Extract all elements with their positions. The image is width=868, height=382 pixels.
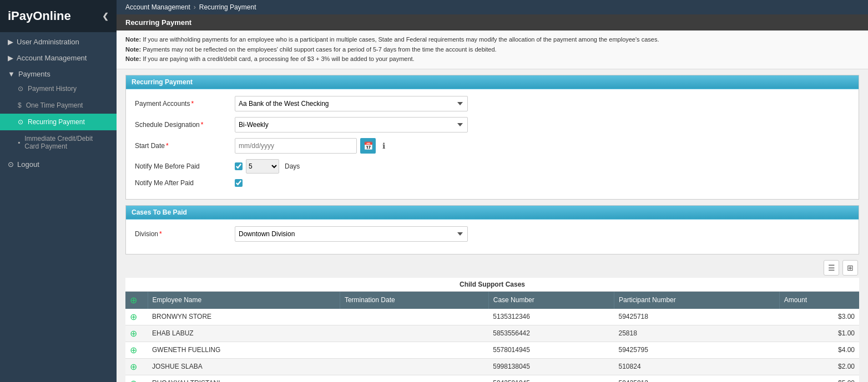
col-participant-number: Participant Number (614, 291, 780, 309)
col-case-number: Case Number (488, 291, 614, 309)
grid-view-button[interactable]: ⊞ (842, 260, 858, 276)
start-date-input[interactable] (235, 138, 357, 154)
notify-before-checkbox[interactable] (235, 162, 243, 170)
table-title-row: Child Support Cases (125, 278, 859, 292)
case-number-cell: 5578014945 (488, 342, 614, 358)
schedule-designation-row: Schedule Designation* Bi-Weekly Monthly … (135, 117, 850, 133)
termination-date-cell (340, 309, 488, 325)
row-action-cell: ⊕ (125, 309, 148, 325)
add-row-icon[interactable]: ⊕ (130, 362, 137, 371)
main-content: Account Management › Recurring Payment R… (117, 0, 868, 382)
cases-to-be-paid-panel: Cases To Be Paid Division* Downtown Divi… (125, 205, 859, 254)
notify-before-days-select[interactable]: 5 (246, 159, 279, 174)
info-icon: ℹ (382, 141, 385, 150)
sidebar-item-label: User Administration (17, 38, 79, 46)
col-employee-name: Employee Name (148, 291, 340, 309)
notes-section: Note: If you are withholding payments fo… (117, 30, 868, 69)
sidebar-item-label: Payment History (28, 85, 77, 93)
card-icon: ▪ (18, 139, 20, 146)
sidebar: iPayOnline ❮ ▶ User Administration ▶ Acc… (0, 0, 117, 382)
breadcrumb-item-recurring: Recurring Payment (199, 3, 256, 11)
list-icon: ☰ (828, 263, 835, 272)
notify-after-control (235, 179, 468, 187)
app-title: iPayOnline (8, 9, 71, 23)
add-row-icon[interactable]: ⊕ (130, 312, 137, 322)
sidebar-item-label: Logout (17, 160, 39, 169)
employee-name-cell: GWENETH FUELLING (148, 342, 340, 358)
row-action-cell: ⊕ (125, 325, 148, 342)
amount-cell: $1.00 (779, 325, 859, 342)
add-all-icon[interactable]: ⊕ (130, 296, 137, 305)
nav-arrow-icon: ▶ (8, 54, 13, 62)
sidebar-item-one-time-payment[interactable]: $ One Time Payment (0, 97, 117, 114)
recurring-payment-panel-body: Payment Accounts* Aa Bank of the West Ch… (126, 89, 859, 199)
start-date-control: 📅 ℹ (235, 138, 468, 154)
employee-name-cell: EHAB LABUZ (148, 325, 340, 342)
case-number-cell: 5135312346 (488, 309, 614, 325)
sidebar-item-payments[interactable]: ▼ Payments (0, 64, 117, 80)
add-row-icon[interactable]: ⊕ (130, 379, 137, 382)
cases-panel-body: Division* Downtown Division Uptown Divis… (126, 220, 859, 254)
child-support-table-body: ⊕ BRONWYN STORE 5135312346 59425718 $3.0… (125, 309, 859, 382)
amount-cell: $5.00 (779, 375, 859, 382)
add-row-icon[interactable]: ⊕ (130, 345, 137, 355)
sidebar-item-label: Recurring Payment (28, 118, 85, 126)
breadcrumb-separator: › (194, 3, 196, 11)
notify-before-control: 5 Days (235, 159, 468, 174)
payment-accounts-select[interactable]: Aa Bank of the West Checking (235, 96, 468, 111)
child-support-header-row: ⊕ Employee Name Termination Date Case Nu… (125, 291, 859, 309)
sidebar-item-payment-history[interactable]: ⊙ Payment History (0, 80, 117, 97)
start-date-label: Start Date* (135, 142, 235, 150)
list-view-button[interactable]: ☰ (824, 260, 839, 276)
amount-cell: $2.00 (779, 358, 859, 375)
sidebar-item-recurring-payment[interactable]: ⊙ Recurring Payment (0, 114, 117, 130)
notify-before-row: Notify Me Before Paid 5 Days (135, 159, 850, 174)
col-action: ⊕ (125, 291, 148, 309)
division-select[interactable]: Downtown Division Uptown Division (235, 226, 468, 242)
calendar-icon[interactable]: 📅 (360, 138, 376, 154)
col-amount: Amount (779, 291, 859, 309)
note-3: Note: If you are paying with a credit/de… (125, 54, 859, 64)
view-icons: ☰ ⊞ (125, 260, 859, 276)
schedule-designation-label: Schedule Designation* (135, 121, 235, 129)
dollar-icon: $ (18, 101, 22, 109)
termination-date-cell (340, 342, 488, 358)
payment-accounts-label: Payment Accounts* (135, 100, 235, 108)
payment-accounts-control: Aa Bank of the West Checking (235, 96, 468, 111)
amount-cell: $3.00 (779, 309, 859, 325)
app-logo: iPayOnline ❮ (0, 0, 117, 32)
case-number-cell: 5853556442 (488, 325, 614, 342)
logout-icon: ⊙ (8, 160, 14, 169)
termination-date-cell (340, 375, 488, 382)
payment-history-icon: ⊙ (18, 85, 23, 93)
participant-number-cell: 510824 (614, 358, 780, 375)
notify-after-checkbox[interactable] (235, 179, 243, 187)
table-row: ⊕ GWENETH FUELLING 5578014945 59425795 $… (125, 342, 859, 358)
col-termination-date: Termination Date (340, 291, 488, 309)
sidebar-collapse-icon[interactable]: ❮ (102, 12, 109, 21)
recurring-icon: ⊙ (18, 118, 23, 126)
notify-after-label: Notify Me After Paid (135, 179, 235, 187)
table-row: ⊕ BRONWYN STORE 5135312346 59425718 $3.0… (125, 309, 859, 325)
cases-section: ☰ ⊞ Child Support Cases ⊕ Employee (125, 260, 859, 382)
case-number-cell: 5998138045 (488, 358, 614, 375)
note-2: Note: Payments may not be reflected on t… (125, 45, 859, 55)
child-support-table-title: Child Support Cases (125, 278, 859, 292)
sidebar-item-immediate-card[interactable]: ▪ Immediate Credit/Debit Card Payment (0, 130, 117, 155)
grid-icon: ⊞ (847, 263, 854, 272)
sidebar-item-logout[interactable]: ⊙ Logout (0, 155, 117, 171)
participant-number-cell: 59425912 (614, 375, 780, 382)
page-header: Recurring Payment (117, 14, 868, 30)
nav-arrow-icon: ▼ (8, 70, 15, 78)
sidebar-item-user-admin[interactable]: ▶ User Administration (0, 32, 117, 48)
employee-name-cell: RUQAYYAH TRISTANI (148, 375, 340, 382)
schedule-designation-select[interactable]: Bi-Weekly Monthly Weekly (235, 117, 468, 133)
nav-arrow-icon: ▶ (8, 38, 13, 46)
case-number-cell: 5942591945 (488, 375, 614, 382)
add-row-icon[interactable]: ⊕ (130, 329, 137, 338)
sidebar-item-label: Account Management (17, 54, 87, 62)
participant-number-cell: 59425795 (614, 342, 780, 358)
amount-cell: $4.00 (779, 342, 859, 358)
breadcrumb-item-account: Account Management (125, 3, 190, 11)
sidebar-item-account-mgmt[interactable]: ▶ Account Management (0, 48, 117, 64)
